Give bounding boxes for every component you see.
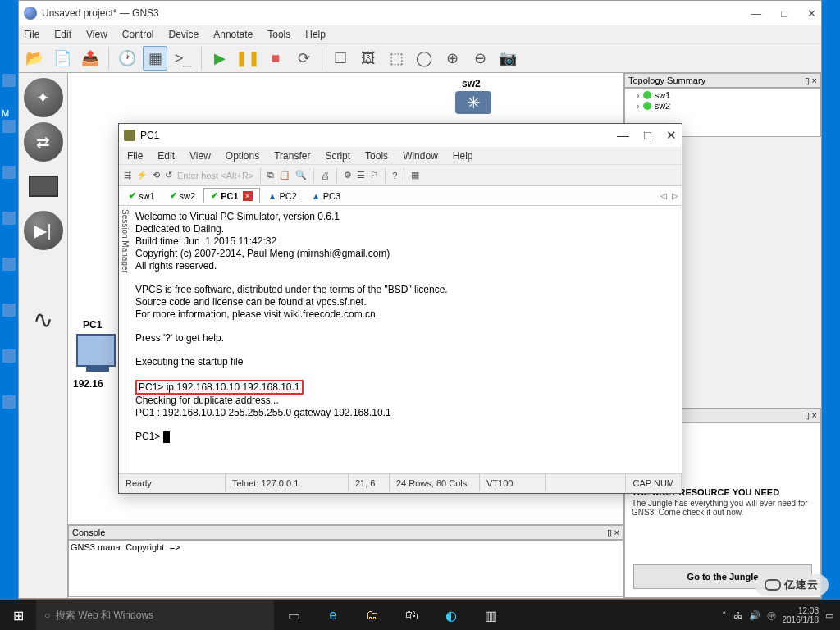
notifications-icon[interactable]: ▭ bbox=[825, 610, 833, 621]
topology-item[interactable]: ›sw1 bbox=[627, 90, 819, 100]
close-button[interactable]: ✕ bbox=[807, 7, 816, 20]
tab-sw1[interactable]: ✔sw1 bbox=[122, 189, 162, 203]
tray-ime-icon[interactable]: ㊥ bbox=[767, 609, 776, 622]
desktop-icon[interactable] bbox=[2, 258, 16, 271]
menu-view[interactable]: View bbox=[189, 150, 211, 162]
settings-icon[interactable]: ⚙ bbox=[344, 170, 352, 180]
export-icon[interactable]: 📤 bbox=[78, 46, 103, 71]
firewall-icon[interactable]: ▶| bbox=[24, 211, 63, 250]
tray-chevron-icon[interactable]: ˄ bbox=[722, 610, 727, 621]
tab-sw2[interactable]: ✔sw2 bbox=[163, 189, 203, 203]
tiles-icon[interactable]: ▦ bbox=[411, 170, 419, 180]
app-icon[interactable]: ◐ bbox=[431, 600, 471, 630]
menu-control[interactable]: Control bbox=[122, 29, 154, 40]
paste-icon[interactable]: 📋 bbox=[279, 170, 290, 180]
crt-titlebar[interactable]: PC1 — □ ✕ bbox=[119, 124, 682, 147]
annotate-image-icon[interactable]: 🖼 bbox=[356, 46, 381, 71]
chat-icon[interactable]: ⚐ bbox=[370, 170, 378, 180]
pause-icon[interactable]: ❚❚ bbox=[235, 46, 260, 71]
menu-edit[interactable]: Edit bbox=[54, 29, 71, 40]
find-icon[interactable]: 🔍 bbox=[295, 170, 307, 180]
menu-transfer[interactable]: Transfer bbox=[274, 150, 310, 162]
tab-next-icon[interactable]: ▷ bbox=[672, 191, 678, 200]
console-body[interactable]: GNS3 mana Copyright => bbox=[68, 540, 623, 597]
disconnect-icon[interactable]: ↺ bbox=[165, 170, 172, 180]
all-devices-icon[interactable] bbox=[24, 255, 63, 294]
menu-window[interactable]: Window bbox=[403, 150, 438, 162]
explorer-icon[interactable]: 🗂 bbox=[353, 600, 392, 630]
desktop-icon[interactable] bbox=[2, 74, 16, 87]
open-icon[interactable]: 📂 bbox=[22, 46, 47, 71]
console-title[interactable]: Console▯ × bbox=[68, 525, 623, 540]
desktop-icon[interactable] bbox=[2, 395, 16, 409]
host-input[interactable]: Enter host <Alt+R> bbox=[177, 171, 253, 180]
menu-file[interactable]: File bbox=[24, 29, 39, 40]
tray-volume-icon[interactable]: 🔊 bbox=[749, 610, 760, 621]
close-button[interactable]: ✕ bbox=[666, 128, 677, 143]
select-icon[interactable]: ▦ bbox=[143, 46, 167, 71]
tab-pc1[interactable]: ✔PC1× bbox=[203, 188, 259, 203]
switch-icon[interactable]: ⇄ bbox=[24, 122, 63, 162]
node-pc1[interactable] bbox=[76, 334, 116, 367]
desktop-icon[interactable] bbox=[2, 166, 16, 179]
tab-pc3[interactable]: ▲PC3 bbox=[305, 189, 347, 203]
annotate-ellipse-icon[interactable]: ◯ bbox=[412, 46, 436, 71]
play-icon[interactable]: ▶ bbox=[208, 46, 232, 71]
reconnect-icon[interactable]: ⟲ bbox=[153, 170, 160, 180]
desktop-icon[interactable] bbox=[2, 212, 16, 225]
menu-help[interactable]: Help bbox=[453, 150, 473, 162]
app-icon[interactable]: ▥ bbox=[471, 600, 510, 630]
tab-close-icon[interactable]: × bbox=[243, 191, 253, 201]
reload-icon[interactable]: ⟳ bbox=[291, 46, 316, 71]
desktop-icon[interactable] bbox=[2, 304, 16, 317]
pc-icon[interactable] bbox=[24, 167, 63, 206]
session-icon[interactable]: ☰ bbox=[357, 170, 365, 180]
tab-prev-icon[interactable]: ◁ bbox=[660, 191, 667, 200]
terminal[interactable]: Welcome to Virtual PC Simulator, version… bbox=[130, 206, 682, 473]
topology-title[interactable]: Topology Summary▯ × bbox=[624, 73, 821, 88]
annotate-rect-icon[interactable]: ☐ bbox=[328, 46, 353, 71]
tab-pc2[interactable]: ▲PC2 bbox=[262, 189, 304, 203]
zoom-in-icon[interactable]: ⊕ bbox=[440, 46, 464, 71]
quick-connect-icon[interactable]: ⚡ bbox=[136, 170, 148, 180]
gns3-titlebar[interactable]: Unsaved project* — GNS3 — □ ✕ bbox=[19, 1, 821, 25]
session-manager-tab[interactable]: Session Manager bbox=[119, 206, 130, 473]
start-button[interactable]: ⊞ bbox=[0, 600, 36, 630]
task-view-icon[interactable]: ▭ bbox=[274, 600, 313, 630]
menu-annotate[interactable]: Annotate bbox=[213, 29, 253, 40]
desktop-icon[interactable] bbox=[2, 349, 16, 363]
router-icon[interactable]: ✦ bbox=[24, 78, 63, 117]
minimize-button[interactable]: — bbox=[617, 128, 629, 143]
menu-script[interactable]: Script bbox=[325, 150, 350, 162]
menu-view[interactable]: View bbox=[86, 29, 107, 40]
tray-network-icon[interactable]: 🖧 bbox=[733, 610, 742, 620]
topology-item[interactable]: ›sw2 bbox=[627, 101, 819, 111]
store-icon[interactable]: 🛍 bbox=[392, 600, 431, 630]
print-icon[interactable]: 🖨 bbox=[321, 171, 330, 180]
screenshot-icon[interactable]: 📷 bbox=[495, 46, 520, 71]
copy-icon[interactable]: ⧉ bbox=[267, 170, 274, 180]
stop-icon[interactable]: ■ bbox=[263, 46, 288, 71]
console-icon[interactable]: >_ bbox=[171, 46, 195, 71]
menu-edit[interactable]: Edit bbox=[158, 150, 175, 162]
maximize-button[interactable]: □ bbox=[781, 7, 788, 20]
help-icon[interactable]: ? bbox=[392, 171, 397, 180]
connect-icon[interactable]: ⇶ bbox=[124, 170, 131, 180]
menu-options[interactable]: Options bbox=[226, 150, 259, 162]
menu-help[interactable]: Help bbox=[305, 29, 326, 40]
annotate-select-icon[interactable]: ⬚ bbox=[384, 46, 409, 71]
clock-icon[interactable]: 🕐 bbox=[115, 46, 139, 71]
zoom-out-icon[interactable]: ⊖ bbox=[468, 46, 492, 71]
system-tray[interactable]: ˄ 🖧 🔊 ㊥ 12:03 2016/1/18 ▭ bbox=[715, 606, 841, 624]
menu-tools[interactable]: Tools bbox=[267, 29, 290, 40]
save-icon[interactable]: 📄 bbox=[50, 46, 75, 71]
tray-clock[interactable]: 12:03 2016/1/18 bbox=[783, 606, 819, 624]
minimize-button[interactable]: — bbox=[751, 7, 761, 20]
desktop-icon[interactable] bbox=[2, 120, 16, 133]
search-input[interactable]: ○ 搜索 Web 和 Windows bbox=[36, 600, 274, 630]
cable-icon[interactable]: ∿ bbox=[24, 299, 63, 339]
menu-device[interactable]: Device bbox=[169, 29, 199, 40]
maximize-button[interactable]: □ bbox=[644, 128, 651, 143]
node-sw2[interactable]: ✳ bbox=[455, 91, 491, 114]
menu-tools[interactable]: Tools bbox=[365, 150, 388, 162]
